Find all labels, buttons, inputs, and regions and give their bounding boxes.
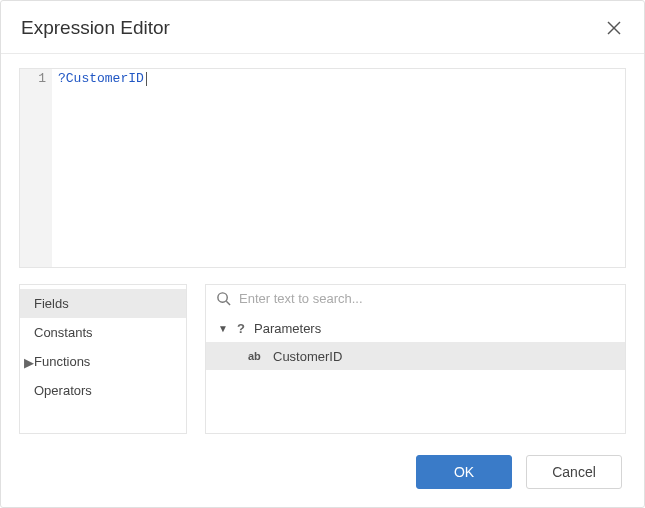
chevron-right-icon: ▶ [24,354,34,369]
text-type-icon: ab [248,350,266,362]
param-token: CustomerID [66,71,144,86]
cancel-button[interactable]: Cancel [526,455,622,489]
category-operators[interactable]: Operators [20,376,186,405]
fields-panel: ▼ ? Parameters ab CustomerID [205,284,626,434]
search-row [206,285,625,312]
ok-button[interactable]: OK [416,455,512,489]
middle-panels: Fields Constants ▶ Functions Operators [1,284,644,434]
param-prefix: ? [58,71,66,86]
category-functions[interactable]: ▶ Functions [20,347,186,376]
category-constants[interactable]: Constants [20,318,186,347]
dialog-title: Expression Editor [21,17,170,39]
button-label: Cancel [552,464,596,480]
editor-content[interactable]: ?CustomerID [52,69,625,267]
chevron-down-icon: ▼ [218,323,228,334]
question-icon: ? [235,321,247,336]
editor-gutter: 1 [20,69,52,267]
expression-editor-dialog: Expression Editor 1 ?CustomerID Fields C… [0,0,645,508]
button-label: OK [454,464,474,480]
tree-item-label: CustomerID [273,349,342,364]
close-icon [607,21,621,35]
category-fields[interactable]: Fields [20,289,186,318]
close-button[interactable] [604,18,624,38]
category-label: Functions [34,354,90,369]
line-number: 1 [20,71,46,86]
svg-line-3 [226,301,230,305]
svg-point-2 [218,293,227,302]
search-input[interactable] [239,291,615,306]
tree-group-label: Parameters [254,321,321,336]
search-icon [216,291,231,306]
dialog-footer: OK Cancel [1,435,644,507]
category-label: Operators [34,383,92,398]
category-label: Constants [34,325,93,340]
code-editor[interactable]: 1 ?CustomerID [19,68,626,268]
category-label: Fields [34,296,69,311]
category-list: Fields Constants ▶ Functions Operators [19,284,187,434]
fields-tree: ▼ ? Parameters ab CustomerID [206,312,625,433]
tree-group-parameters[interactable]: ▼ ? Parameters [206,314,625,342]
tree-item-customerid[interactable]: ab CustomerID [206,342,625,370]
dialog-header: Expression Editor [1,1,644,54]
text-cursor [146,72,147,86]
